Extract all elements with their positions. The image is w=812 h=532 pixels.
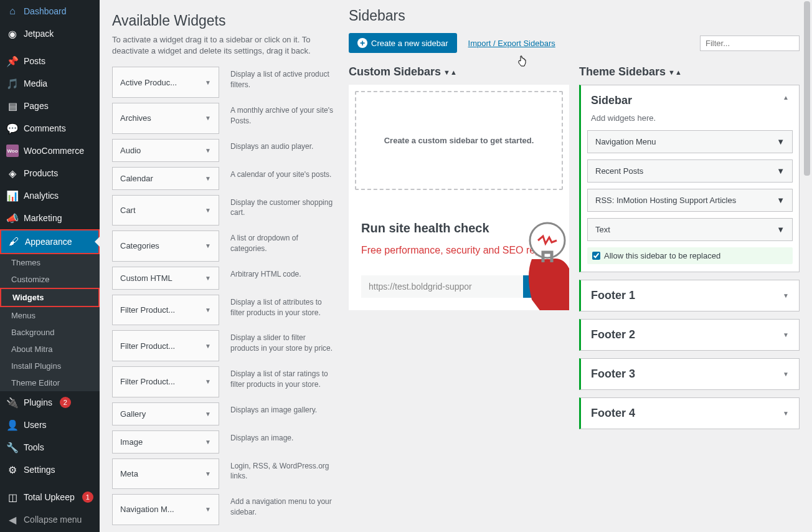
widget-name: Filter Product... — [120, 377, 175, 386]
widget-card[interactable]: Filter Product...▼ — [112, 366, 219, 397]
marketing-icon: 📣 — [6, 212, 19, 224]
chevron-down-icon: ▼ — [205, 207, 211, 214]
nav-users[interactable]: 👤Users — [0, 414, 100, 436]
nav-settings[interactable]: ⚙Settings — [0, 458, 100, 481]
sub-theme-editor[interactable]: Theme Editor — [0, 374, 100, 391]
nav-appearance[interactable]: 🖌Appearance — [0, 229, 100, 254]
footer-name: Footer 4 — [591, 407, 635, 420]
sub-menus[interactable]: Menus — [0, 307, 100, 324]
widget-card[interactable]: Active Produc...▼ — [112, 67, 219, 98]
widget-card[interactable]: Archives▼ — [112, 103, 219, 134]
comments-icon: 💬 — [6, 122, 19, 135]
footer-name: Footer 3 — [591, 368, 635, 381]
nav-collapse[interactable]: ◀Collapse menu — [0, 508, 100, 531]
dashboard-icon: ⌂ — [6, 5, 19, 17]
nav-tools[interactable]: 🔧Tools — [0, 436, 100, 458]
widget-card[interactable]: Gallery▼ — [112, 402, 219, 425]
flyout-arrow-icon — [95, 237, 100, 247]
chevron-down-icon: ▼ — [205, 175, 211, 182]
import-export-link[interactable]: Import / Export Sidebars — [468, 39, 555, 48]
filter-input[interactable] — [700, 36, 800, 51]
chevron-down-icon: ▼ — [783, 292, 789, 299]
widget-card[interactable]: Categories▼ — [112, 230, 219, 262]
chevron-down-icon: ▼ — [205, 115, 211, 121]
nav-marketing[interactable]: 📣Marketing — [0, 207, 100, 229]
widget-name: Navigation M... — [120, 505, 174, 514]
widget-label: Navigation Menu — [595, 137, 656, 146]
chevron-down-icon: ▼ — [777, 225, 785, 234]
widget-name: Active Produc... — [120, 78, 177, 87]
plus-icon: + — [357, 38, 367, 48]
products-icon: ◈ — [6, 167, 19, 179]
footer-name: Footer 2 — [591, 328, 635, 341]
woo-icon: Woo — [6, 145, 19, 157]
chevron-down-icon: ▼ — [777, 166, 785, 176]
widget-name: Gallery — [120, 409, 146, 419]
footer-sidebar-collapsed[interactable]: Footer 3▼ — [579, 358, 800, 390]
footer-sidebar-collapsed[interactable]: Footer 4▼ — [579, 397, 800, 429]
custom-sidebars-section: Custom Sidebars▼▲ Create a custom sideba… — [349, 65, 569, 437]
nav-products[interactable]: ◈Products — [0, 162, 100, 184]
sidebar-widget-item[interactable]: RSS: InMotion Hosting Support Articles▼ — [587, 189, 793, 212]
footer-sidebar-collapsed[interactable]: Footer 1▼ — [579, 280, 800, 311]
sub-install-plugins[interactable]: Install Plugins — [0, 358, 100, 374]
nav-total-upkeep[interactable]: ◫Total Upkeep1 — [0, 486, 100, 508]
health-check-card: Run site health check Free performance, … — [349, 206, 569, 310]
nav-jetpack[interactable]: ◉Jetpack — [0, 22, 100, 45]
collapse-icon[interactable]: ▲ — [783, 94, 789, 101]
admin-sidebar: ⌂Dashboard ◉Jetpack 📌Posts 🎵Media ▤Pages… — [0, 0, 100, 532]
footer-sidebar-collapsed[interactable]: Footer 2▼ — [579, 319, 800, 351]
widget-desc: Display a slider to filter products in y… — [229, 330, 336, 361]
chevron-down-icon: ▼ — [205, 79, 211, 86]
sub-widgets[interactable]: Widgets — [0, 288, 100, 307]
create-sidebar-button[interactable]: +Create a new sidebar — [349, 33, 457, 53]
nav-analytics[interactable]: 📊Analytics — [0, 184, 100, 207]
widget-card[interactable]: Meta▼ — [112, 458, 219, 490]
nav-media[interactable]: 🎵Media — [0, 72, 100, 95]
settings-icon: ⚙ — [6, 463, 19, 476]
widget-card[interactable]: Filter Product...▼ — [112, 330, 219, 361]
widget-card[interactable]: Cart▼ — [112, 195, 219, 226]
widget-name: Calendar — [120, 174, 153, 183]
scrollbar-thumb[interactable] — [804, 1, 810, 176]
nav-dashboard[interactable]: ⌂Dashboard — [0, 0, 100, 22]
widget-card[interactable]: Image▼ — [112, 430, 219, 454]
widget-desc: A calendar of your site's posts. — [229, 167, 336, 190]
sub-background[interactable]: Background — [0, 324, 100, 341]
sort-icon[interactable]: ▼▲ — [668, 69, 682, 76]
collapse-icon: ◀ — [6, 513, 19, 526]
sidebars-column: Sidebars +Create a new sidebar Import / … — [349, 0, 800, 525]
nav-posts[interactable]: 📌Posts — [0, 50, 100, 72]
allow-replace-checkbox[interactable] — [592, 252, 600, 260]
nav-comments[interactable]: 💬Comments — [0, 117, 100, 140]
widget-name: Image — [120, 437, 143, 447]
available-widgets-title: Available Widgets — [112, 12, 336, 29]
sub-themes[interactable]: Themes — [0, 254, 100, 271]
chevron-down-icon: ▼ — [205, 470, 211, 477]
plugins-badge: 2 — [60, 397, 71, 408]
sidebar-widget-item[interactable]: Recent Posts▼ — [587, 159, 793, 183]
nav-woocommerce[interactable]: WooWooCommerce — [0, 140, 100, 162]
scrollbar[interactable] — [802, 0, 812, 532]
custom-sidebar-dropzone[interactable]: Create a custom sidebar to get started. — [355, 91, 563, 190]
widget-card[interactable]: Calendar▼ — [112, 167, 219, 190]
available-widgets-column: Available Widgets To activate a widget d… — [112, 0, 336, 525]
health-url-input[interactable] — [361, 275, 523, 298]
widget-card[interactable]: Navigation M...▼ — [112, 494, 219, 525]
widget-card[interactable]: Filter Product...▼ — [112, 295, 219, 326]
plugin-icon: 🔌 — [6, 396, 19, 409]
sub-customize[interactable]: Customize — [0, 271, 100, 288]
sort-icon[interactable]: ▼▲ — [443, 69, 457, 76]
chevron-down-icon: ▼ — [205, 411, 211, 417]
widget-name: Meta — [120, 469, 138, 478]
sidebar-widget-item[interactable]: Text▼ — [587, 218, 793, 241]
widget-card[interactable]: Custom HTML▼ — [112, 267, 219, 290]
nav-pages[interactable]: ▤Pages — [0, 95, 100, 117]
sub-about-mitra[interactable]: About Mitra — [0, 341, 100, 358]
sidebar-widget-item[interactable]: Navigation Menu▼ — [587, 130, 793, 153]
jetpack-icon: ◉ — [6, 27, 19, 40]
main-content: Available Widgets To activate a widget d… — [100, 0, 812, 532]
widget-card[interactable]: Audio▼ — [112, 139, 219, 162]
allow-replace-row[interactable]: Allow this sidebar to be replaced — [587, 247, 793, 264]
nav-plugins[interactable]: 🔌Plugins2 — [0, 391, 100, 414]
